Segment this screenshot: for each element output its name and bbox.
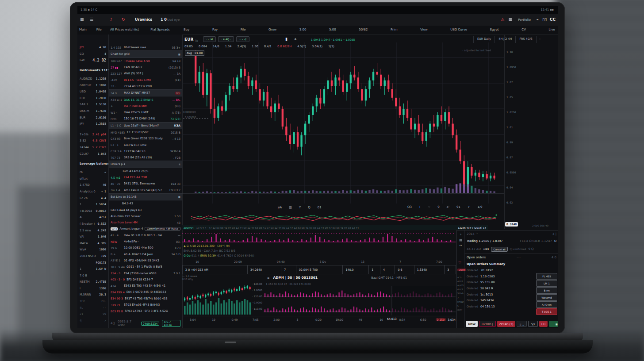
panel-row[interactable]: E34 99 3E43T 43 T93 45(74) B990 433	[109, 296, 182, 302]
panel-row[interactable]: A3YE 101 4FG 434/044 93 34K3	[109, 257, 182, 264]
menu-item-file[interactable]: File	[96, 28, 102, 31]
connection-badge[interactable]: 7409:5234	[141, 322, 160, 326]
order-side-button[interactable]: LM 1	[536, 280, 557, 287]
panel-row[interactable]: B +40 A· B04C3 D4 Jwm34.5 D	[109, 251, 182, 257]
chart-tool-icon[interactable]: ϻA	[276, 206, 283, 209]
panel-row[interactable]: 33 ·7724 48 57332 PVR	[109, 83, 182, 89]
chart-menu-item[interactable]: Grow	[268, 28, 276, 31]
panel-row[interactable]: ?m 1 44m3 E49 0 1F9 543(43) 57F93 FF7	[109, 187, 182, 193]
toggle-group[interactable]: · 4 4Q ·	[218, 36, 234, 42]
panel-row[interactable]: Set Line to 39.148◼	[109, 193, 182, 200]
strip-icon[interactable]: ↔	[457, 244, 464, 247]
chart-menu-item[interactable]: 5:00	[329, 28, 336, 31]
panel-row[interactable]: C43 93Bow Green E238 123 Study, 4 13	[109, 135, 182, 142]
panel-row[interactable]: C3X 3 4127734 04x 93W3br 4	[109, 148, 182, 154]
watchlist-row[interactable]: 2003 NSTD199	[77, 253, 108, 260]
chart-menu-item[interactable]: 50/82	[359, 28, 368, 31]
chart-tool-icon[interactable]: 4'	[445, 205, 451, 209]
watchlist-row[interactable]: 4|↗	[77, 318, 108, 324]
watchlist-row[interactable]: Analytics 0→ 1	[77, 188, 108, 195]
symbol-selector[interactable]: EUR	[184, 37, 193, 42]
chart-tool-icon[interactable]: ~	[426, 205, 432, 209]
chart-menu-item[interactable]: Egypt	[490, 28, 499, 31]
oscillator-pane[interactable]	[182, 211, 504, 225]
panel-row[interactable]: 40 · 7b5431 3T9L EwmwswwL94 33	[109, 180, 182, 187]
watchlist-row[interactable]: 743445.2 C323	[77, 144, 108, 151]
chart-layout-add[interactable]: –	[537, 36, 544, 43]
watchlist-row[interactable]: L2 2b4.4	[77, 195, 108, 201]
list-icon[interactable]: ☰	[90, 17, 93, 22]
panel-row[interactable]: 3um 43.4m3 2/7/5	[109, 168, 182, 174]
panel-row-button[interactable]: Commitments 43F Raise	[145, 227, 180, 230]
strip-icon[interactable]: ＋	[457, 232, 464, 237]
chart-tool-icon[interactable]: 7'	[466, 205, 472, 209]
panel-row[interactable]: NEW4e4wBFw ·03.	[109, 238, 182, 245]
chart-tool-icon[interactable]: 01	[316, 206, 323, 209]
bottom-time-axis[interactable]: 3:04190:497:052:0030:2019:0049100:346:50…	[182, 316, 456, 323]
panel-row[interactable]: Chart for grid◼	[109, 50, 182, 58]
watchlist-row[interactable]: JPY4.90	[77, 44, 108, 51]
watchlist-row[interactable]: ( Breaker )0.532	[77, 221, 108, 227]
order-row[interactable]: Ordered.01 0192	[464, 267, 558, 273]
order-side-button[interactable]: A (O nn	[536, 301, 557, 308]
share-icon[interactable]: ⤴	[110, 17, 112, 22]
momentum-bands-chart[interactable]	[264, 286, 456, 315]
watchlist-row[interactable]: 4L··	[77, 304, 108, 311]
panel-row[interactable]: MYG 418313: E3B 81/5BC2015 B	[109, 129, 182, 135]
watchlist-row[interactable]: EUR2.0190	[77, 114, 108, 121]
watchlist-row[interactable]: C2L971.043	[77, 150, 108, 157]
panel-row[interactable]: G43 E4w4 44 pays 43	[109, 207, 182, 213]
apps-grid-icon[interactable]: ▦	[80, 17, 84, 22]
candle-style-button[interactable]: ▮	[285, 37, 288, 41]
chart-tool-icon[interactable]: O3	[406, 205, 413, 209]
watchlist-row[interactable]: 11.5034	[77, 201, 108, 208]
panel-row[interactable]: 223 127Wait (5) 307 |— 3A	[109, 70, 182, 77]
order-bottom-button[interactable]: ◼	[549, 321, 558, 327]
order-bottom-button[interactable]: GDW	[466, 321, 478, 327]
watchlist-row[interactable]: 2.5 new4.243	[77, 227, 108, 234]
watchlist-row[interactable]: VAI1.046	[77, 234, 108, 240]
panel-row[interactable]: L1 · 1 CUaw 23ai? · Bond 34am?K3A	[109, 122, 182, 129]
order-bottom-button[interactable]: UZTRD |	[479, 321, 496, 327]
toggle-group[interactable]: ·· – ‹‡	[236, 36, 249, 42]
watchlist-row[interactable]: CO4	[77, 51, 108, 58]
chart-menu-item[interactable]: USD Curve	[450, 28, 467, 31]
panel-row[interactable]: 154 · 3E94 (730B owner A5037 9 1	[109, 270, 182, 276]
strip-icon[interactable]: ▤	[457, 238, 464, 242]
panel-row[interactable]: WHAmount began 4Commitments 43F Raise	[109, 226, 182, 232]
keyboard-icon[interactable]: ▦	[508, 17, 512, 22]
panel-row[interactable]: 707 733R3 84 (23) A9 (10), F2B	[109, 154, 182, 161]
chart-menu-item[interactable]: CV	[521, 28, 526, 31]
panel-row[interactable]: B4.9 43	[109, 200, 182, 207]
chart-layout-tab[interactable]: EUR Daily	[474, 36, 495, 43]
chart-menu-item[interactable]: Live	[549, 28, 555, 31]
chart-tool-icon[interactable]: T	[418, 205, 422, 209]
chart-tool-icon[interactable]: Q	[307, 206, 312, 209]
watchlist-tab[interactable]: All Prices watchlist	[110, 28, 139, 31]
panel-row[interactable]: 379 715793 E4w93 4F43 B(94)3	[109, 302, 182, 308]
panel-row[interactable]: +Via ? 09014 MW(93)	[109, 103, 182, 109]
order-bottom-button[interactable]: ⣿ ⣀	[517, 321, 527, 327]
alert-icon[interactable]: ⚠	[501, 17, 504, 22]
watchlist-row[interactable]: AI4751	[77, 214, 108, 221]
watchlist-row[interactable]: GW4.2 B2	[77, 57, 108, 64]
watchlist-row[interactable]: GBPCHF1.1890	[77, 82, 108, 88]
watchlist-row[interactable]: I1306	[77, 285, 108, 292]
latency-badge[interactable]: 4.5.7 4.034	[162, 320, 180, 327]
chart-menu-item[interactable]: File	[241, 28, 246, 31]
order-side-button[interactable]: FL 455	[536, 273, 557, 280]
sync-icon[interactable]: ↻	[122, 17, 125, 22]
menu-item-main[interactable]: Main	[79, 28, 87, 31]
chart-tool-icon[interactable]: ▥	[288, 206, 293, 209]
chart-tool-icon[interactable]: 9	[436, 205, 441, 209]
order-side-button[interactable]: T-005-1	[536, 308, 557, 315]
watchlist-row[interactable]: 7.0 B	[77, 272, 108, 279]
watchlist-row[interactable]: USD1.0498	[77, 88, 108, 95]
watchlist-row[interactable]: M.5RNN20.3	[77, 292, 108, 298]
panel-row[interactable]: 41 · 4O4w 91 9 B.2 G B20 1 · G4—	[109, 232, 182, 238]
watchlist-row[interactable]: CHF1.2030	[77, 95, 108, 102]
heart-icon[interactable]: ♡	[458, 261, 461, 265]
panel-row[interactable]: E03 P9 B5F93 C4793 · 5F3 3 4F1 4.52G	[109, 308, 182, 314]
order-side-button[interactable]: Westmd	[536, 294, 557, 301]
chart-tool-icon[interactable]: 1/9	[476, 205, 483, 209]
